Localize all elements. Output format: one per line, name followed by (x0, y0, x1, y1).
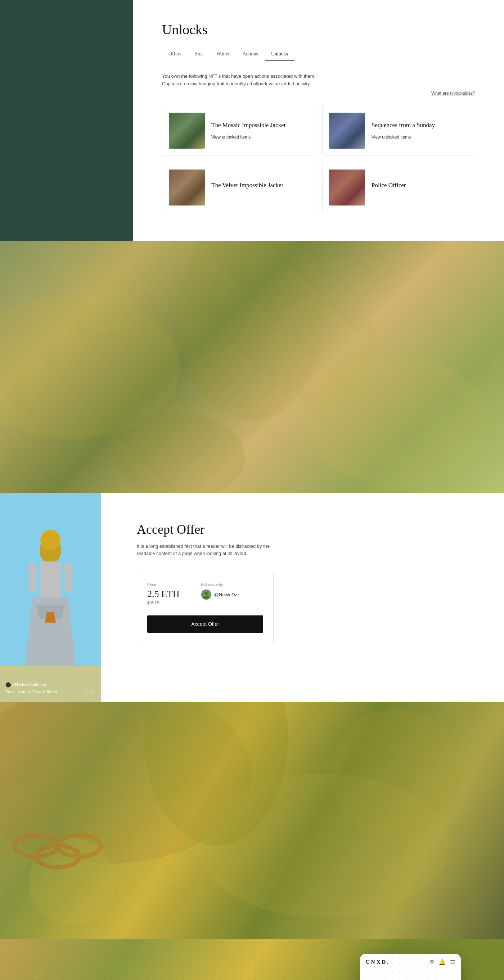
tab-wallet[interactable]: Wallet (210, 48, 236, 61)
price-eth: 2.5 ETH (147, 589, 180, 600)
nft-info-1: The Mosaic Impossible Jacket View unlock… (211, 121, 308, 140)
nft-info-3: The Velvet Impossible Jacket (211, 181, 308, 194)
unlocks-section: Unlocks Offers Bids Wallet Actions Unloc… (0, 0, 504, 241)
nav-tabs: Offers Bids Wallet Actions Unlocks (162, 48, 475, 61)
nft-card-2: Sequences from a Sunday View unlocked it… (322, 106, 475, 156)
svg-point-4 (270, 295, 378, 403)
accept-section: @Dolce&Gabbana Dress from a Dream: Silve… (0, 493, 504, 702)
mobile-section: UNXD. ⚲ 🔔 ☰ Digitally Authentic Goods UN… (0, 939, 504, 980)
svg-rect-9 (40, 562, 61, 597)
nft-thumbnail-1 (169, 113, 205, 149)
mobile-nav-icons: ⚲ 🔔 ☰ (430, 959, 455, 966)
svg-point-17 (204, 592, 208, 595)
nft-info-2: Sequences from a Sunday View unlocked it… (372, 121, 468, 140)
nft-card-4: Police Officer (322, 163, 475, 212)
bidder-name: @NewkiDzz (214, 592, 240, 597)
texture-svg-1 (0, 241, 504, 493)
texture-section-1 (0, 241, 504, 493)
tab-actions[interactable]: Actions (236, 48, 265, 61)
bidder-row: @NewkiDzz (201, 590, 240, 600)
accept-offer-title: Accept Offer (137, 522, 468, 537)
price-label: Price (147, 582, 180, 587)
mobile-frame: UNXD. ⚲ 🔔 ☰ Digitally Authentic Goods UN… (360, 954, 461, 980)
svg-marker-14 (45, 612, 56, 623)
page-title: Unlocks (162, 22, 475, 37)
nft-thumbnail-4 (329, 170, 365, 205)
svg-point-5 (72, 259, 144, 331)
view-unlocked-link-2[interactable]: View unlocked items (372, 135, 411, 140)
nft-photo-figure (0, 493, 101, 702)
nft-card-3: The Velvet Impossible Jacket (162, 163, 315, 212)
nft-name-3: The Velvet Impossible Jacket (211, 181, 308, 189)
svg-point-15 (40, 530, 61, 550)
mannequin-svg (0, 493, 101, 702)
nft-grid: The Mosaic Impossible Jacket View unlock… (162, 106, 475, 212)
notification-icon[interactable]: 🔔 (439, 959, 446, 966)
mobile-logo: UNXD. (366, 959, 390, 965)
nft-card-info: @Dolce&Gabbana Dress from a Dream: Silve… (6, 682, 95, 695)
accept-offer-button[interactable]: Accept Offer (147, 616, 263, 633)
bidder-column: Bid made by @NewkiDzz (201, 582, 240, 605)
texture-svg-2 (0, 702, 504, 939)
dark-sidebar (0, 0, 133, 241)
nft-display-title: Dress from a Dream: Silver (6, 689, 57, 695)
accept-offer-description: It is a long established fact that a rea… (137, 543, 274, 558)
price-column: Price 2.5 ETH $5918 (147, 582, 180, 605)
tab-offers[interactable]: Offers (162, 48, 188, 61)
tab-unlocks[interactable]: Unlocks (265, 48, 295, 61)
what-are-unlockables-link[interactable]: What are unlockables? (162, 91, 475, 96)
brand-dot (6, 682, 11, 687)
svg-point-22 (331, 709, 461, 838)
accept-offer-content: Accept Offer It is a long established fa… (101, 493, 504, 702)
bid-made-by-label: Bid made by (201, 582, 240, 587)
texture-section-2 (0, 702, 504, 939)
nft-brand: @Dolce&Gabbana (6, 682, 95, 687)
nft-name-1: The Mosaic Impossible Jacket (211, 121, 308, 129)
svg-point-18 (203, 596, 209, 599)
offer-card: Price 2.5 ETH $5918 Bid made by (137, 572, 274, 643)
mobile-nav: UNXD. ⚲ 🔔 ☰ (360, 954, 461, 971)
menu-icon[interactable]: ☰ (450, 959, 455, 966)
nft-info-4: Police Officer (372, 181, 468, 194)
nft-name-4: Police Officer (372, 181, 468, 189)
view-unlocked-link-1[interactable]: View unlocked items (211, 135, 250, 140)
nft-name-2: Sequences from a Sunday (372, 121, 468, 129)
svg-rect-13 (65, 563, 72, 592)
offer-row: Price 2.5 ETH $5918 Bid made by (147, 582, 263, 605)
nft-thumbnail-3 (169, 170, 205, 205)
search-icon[interactable]: ⚲ (430, 959, 434, 966)
page-description: You own the following NFT's that have op… (162, 73, 335, 88)
svg-point-3 (115, 414, 245, 493)
nft-edition: 1 of 1 (85, 690, 95, 694)
nft-photo-side: @Dolce&Gabbana Dress from a Dream: Silve… (0, 493, 101, 702)
tab-bids[interactable]: Bids (188, 48, 210, 61)
mobile-hero: Digitally Authentic Goods UNXD is a cura… (360, 971, 461, 980)
bidder-avatar (201, 590, 211, 600)
nft-card-1: The Mosaic Impossible Jacket View unlock… (162, 106, 315, 156)
avatar-svg (201, 590, 211, 600)
nft-thumbnail-2 (329, 113, 365, 149)
price-usd: $5918 (147, 600, 180, 605)
unlocks-panel: Unlocks Offers Bids Wallet Actions Unloc… (133, 0, 504, 241)
svg-rect-12 (29, 563, 36, 592)
